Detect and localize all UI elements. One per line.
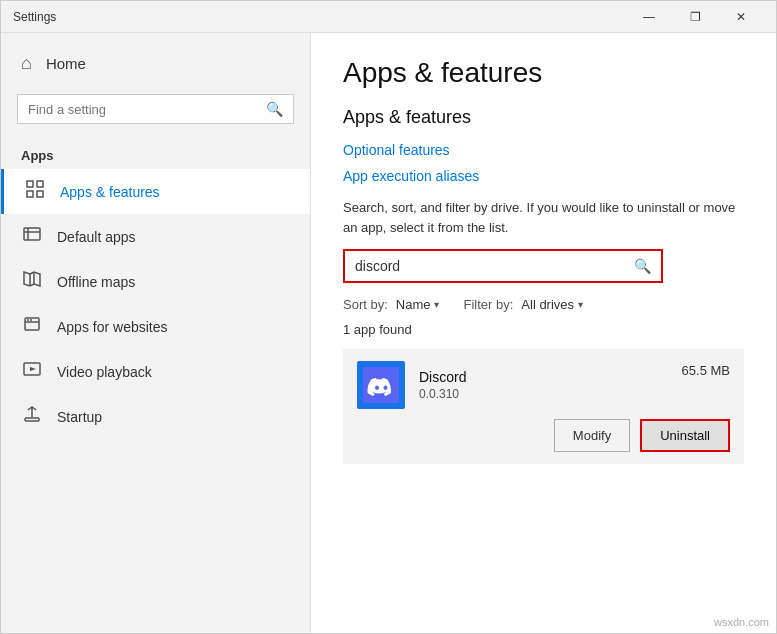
home-label: Home [46, 55, 86, 72]
modify-button[interactable]: Modify [554, 419, 630, 452]
sidebar-item-video-playback[interactable]: Video playback [1, 349, 310, 394]
sidebar-item-offline-maps-label: Offline maps [57, 274, 135, 290]
sidebar-item-apps-features-label: Apps & features [60, 184, 160, 200]
svg-rect-1 [37, 181, 43, 187]
sort-value: Name [396, 297, 431, 312]
offline-maps-icon [21, 270, 43, 293]
default-apps-icon [21, 225, 43, 248]
search-description: Search, sort, and filter by drive. If yo… [343, 198, 744, 237]
filter-arrow-icon: ▾ [578, 299, 583, 310]
sidebar-item-apps-websites[interactable]: Apps for websites [1, 304, 310, 349]
apps-section-label: Apps [1, 132, 310, 169]
watermark: wsxdn.com [714, 616, 769, 628]
filter-row: Sort by: Name ▾ Filter by: All drives ▾ [343, 297, 744, 312]
sort-label: Sort by: [343, 297, 388, 312]
app-search-box: 🔍 [343, 249, 663, 283]
app-search-icon: 🔍 [634, 258, 651, 274]
svg-marker-15 [30, 367, 36, 371]
window-controls: — ❐ ✕ [626, 1, 764, 33]
svg-rect-0 [27, 181, 33, 187]
app-list-item[interactable]: Discord 0.0.310 65.5 MB Modify Uninstall [343, 349, 744, 464]
uninstall-button[interactable]: Uninstall [640, 419, 730, 452]
svg-marker-7 [24, 272, 40, 286]
sidebar-item-video-playback-label: Video playback [57, 364, 152, 380]
app-name: Discord [419, 369, 668, 385]
main-content: Apps & features Apps & features Optional… [311, 33, 776, 633]
app-info: Discord 0.0.310 [419, 369, 668, 401]
sidebar-item-offline-maps[interactable]: Offline maps [1, 259, 310, 304]
sidebar-item-apps-websites-label: Apps for websites [57, 319, 168, 335]
svg-rect-4 [24, 228, 40, 240]
app-item-top: Discord 0.0.310 65.5 MB [357, 361, 730, 409]
svg-point-12 [27, 319, 29, 321]
content-area: ⌂ Home 🔍 Apps Apps & features [1, 33, 776, 633]
settings-window: Settings — ❐ ✕ ⌂ Home 🔍 Apps [0, 0, 777, 634]
app-version: 0.0.310 [419, 387, 668, 401]
sidebar-item-startup[interactable]: Startup [1, 394, 310, 439]
sidebar-item-default-apps-label: Default apps [57, 229, 136, 245]
home-icon: ⌂ [21, 53, 32, 74]
sidebar-item-startup-label: Startup [57, 409, 102, 425]
sort-dropdown[interactable]: Sort by: Name ▾ [343, 297, 439, 312]
main-title: Apps & features [343, 57, 744, 89]
maximize-button[interactable]: ❐ [672, 1, 718, 33]
sort-arrow-icon: ▾ [434, 299, 439, 310]
titlebar: Settings — ❐ ✕ [1, 1, 776, 33]
result-count: 1 app found [343, 322, 744, 337]
app-size: 65.5 MB [682, 363, 730, 378]
minimize-button[interactable]: — [626, 1, 672, 33]
app-icon [357, 361, 405, 409]
startup-icon [21, 405, 43, 428]
optional-features-link[interactable]: Optional features [343, 142, 744, 158]
svg-rect-2 [27, 191, 33, 197]
window-title: Settings [13, 10, 56, 24]
sidebar-search-icon: 🔍 [266, 101, 283, 117]
close-button[interactable]: ✕ [718, 1, 764, 33]
svg-rect-16 [25, 418, 39, 421]
sidebar-search-input[interactable] [28, 102, 258, 117]
apps-features-section-title: Apps & features [343, 107, 744, 128]
filter-value: All drives [521, 297, 574, 312]
app-actions: Modify Uninstall [357, 419, 730, 452]
sidebar-item-default-apps[interactable]: Default apps [1, 214, 310, 259]
sidebar: ⌂ Home 🔍 Apps Apps & features [1, 33, 311, 633]
filter-label: Filter by: [463, 297, 513, 312]
app-execution-link[interactable]: App execution aliases [343, 168, 744, 184]
filter-dropdown[interactable]: Filter by: All drives ▾ [463, 297, 583, 312]
sidebar-search-box: 🔍 [17, 94, 294, 124]
svg-point-13 [30, 319, 32, 321]
apps-features-icon [24, 180, 46, 203]
app-search-input[interactable] [355, 258, 626, 274]
apps-websites-icon [21, 315, 43, 338]
sidebar-item-apps-features[interactable]: Apps & features [1, 169, 310, 214]
video-playback-icon [21, 360, 43, 383]
svg-rect-3 [37, 191, 43, 197]
sidebar-home[interactable]: ⌂ Home [1, 41, 310, 86]
